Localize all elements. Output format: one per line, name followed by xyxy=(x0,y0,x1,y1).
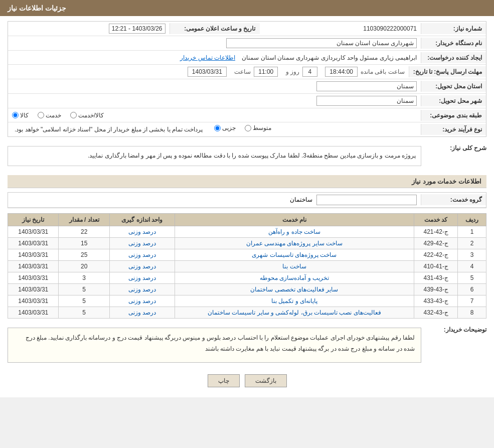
main-content: شماره نیاز: 1103090222000071 تاریخ و ساع… xyxy=(0,16,494,397)
table-row: 7 ج-43-433 پایانه‌ای و تکمیل بنا درصد وز… xyxy=(8,295,486,307)
table-row: 5 ج-43-431 تخریب و آماده‌سازی محوطه درصد… xyxy=(8,272,486,283)
description-label: شرح کلی نیاز: xyxy=(421,142,486,170)
services-table: ردیف کد خدمت نام خدمت واحد اندازه گیری ت… xyxy=(8,213,486,319)
print-button[interactable]: چاپ xyxy=(208,374,240,387)
response-time-value: 11:00 xyxy=(254,67,278,77)
col-row: ردیف xyxy=(458,213,486,226)
response-days-value: 4 xyxy=(302,67,317,77)
buyer-org-row: نام دستگاه خریدار: شهرداری سمنان استان س… xyxy=(8,36,486,51)
back-button[interactable]: بازگشت xyxy=(245,374,287,387)
category-kala[interactable]: کالا xyxy=(12,112,29,119)
cell-code: ج-42-421 xyxy=(414,226,458,237)
process-radio-mutavasit[interactable] xyxy=(245,125,251,131)
table-row: 8 ج-43-432 فعالیت‌های نصب تاسیسات برق، ل… xyxy=(8,307,486,318)
cell-row: 8 xyxy=(458,307,486,318)
table-row: 1 ج-42-421 ساخت جاده و راه‌آهن درصد وزنی… xyxy=(8,226,486,237)
city-value: سمنان xyxy=(8,94,421,108)
cell-code: ج-41-410 xyxy=(414,260,458,272)
table-header-row: ردیف کد خدمت نام خدمت واحد اندازه گیری ت… xyxy=(8,213,486,226)
group-value: ساختمان xyxy=(8,193,421,207)
cell-unit: درصد وزنی xyxy=(109,237,175,249)
province-row: استان محل تحویل: سمنان xyxy=(8,79,486,94)
table-row: 6 ج-43-439 سایر فعالیت‌های تخصصی ساختمان… xyxy=(8,283,486,295)
services-tbody: 1 ج-42-421 ساخت جاده و راه‌آهن درصد وزنی… xyxy=(8,226,486,318)
cell-name: تخریب و آماده‌سازی محوطه xyxy=(175,272,414,283)
need-number-row: شماره نیاز: 1103090222000071 تاریخ و ساع… xyxy=(8,22,486,36)
col-unit: واحد اندازه گیری xyxy=(109,213,175,226)
process-note: پرداخت تمام یا بخشی از مبلغ خریدار از مح… xyxy=(12,124,205,134)
response-days-label: روز و xyxy=(286,68,299,75)
cell-row: 2 xyxy=(458,237,486,249)
announce-date-value: 1403/03/26 - 12:21 xyxy=(8,22,170,36)
group-service-row: گروه خدمت: ساختمان xyxy=(8,193,486,208)
cell-qty: 5 xyxy=(59,295,109,307)
cell-qty: 25 xyxy=(59,249,109,260)
cell-qty: 20 xyxy=(59,260,109,272)
cell-name: ساخت سایر پروژه‌های مهندسی عمران xyxy=(175,237,414,249)
process-radio-jozii[interactable] xyxy=(214,125,221,131)
response-date-value: 1403/03/31 xyxy=(188,67,227,77)
cell-code: ج-42-429 xyxy=(414,237,458,249)
cell-name: سایر فعالیت‌های تخصصی ساختمان xyxy=(175,283,414,295)
description-section: شرح کلی نیاز: پروژه مرمت و بازسازی میادی… xyxy=(8,142,486,170)
process-row: نوع فرآیند خرید: متوسط جزیی پرداخت تمام … xyxy=(8,122,486,136)
buyer-notes-content: لطفا رقم پیشنهادی خودرای اجرای عملیات مو… xyxy=(8,324,421,367)
cell-row: 1 xyxy=(458,226,486,237)
cell-date: 1403/03/31 xyxy=(8,260,59,272)
creator-row: ایجاد کننده درخواست: ابراهیمی زیاری مسئو… xyxy=(8,51,486,65)
cell-date: 1403/03/31 xyxy=(8,226,59,237)
cell-date: 1403/03/31 xyxy=(8,283,59,295)
cell-date: 1403/03/31 xyxy=(8,249,59,260)
cell-qty: 5 xyxy=(59,307,109,318)
process-jozii[interactable]: جزیی xyxy=(214,124,236,131)
table-row: 2 ج-42-429 ساخت سایر پروژه‌های مهندسی عم… xyxy=(8,237,486,249)
category-khidmat[interactable]: خدمت xyxy=(38,112,61,119)
cell-code: ج-43-432 xyxy=(414,307,458,318)
cell-name: ساخت پروژه‌های تاسیسات شهری xyxy=(175,249,414,260)
category-radio-kala[interactable] xyxy=(12,112,19,118)
cell-date: 1403/03/31 xyxy=(8,237,59,249)
col-name: نام خدمت xyxy=(175,213,414,226)
process-label: نوع فرآیند خرید: xyxy=(421,124,486,135)
category-radio-khidmat[interactable] xyxy=(38,112,44,118)
table-row: 3 ج-42-422 ساخت پروژه‌های تاسیسات شهری د… xyxy=(8,249,486,260)
cell-date: 1403/03/31 xyxy=(8,272,59,283)
response-date-row: مهلت ارسال پاسخ: تا تاریخ: 1403/03/31 سا… xyxy=(8,65,486,79)
cell-unit: درصد وزنی xyxy=(109,307,175,318)
cell-date: 1403/03/31 xyxy=(8,295,59,307)
cell-row: 3 xyxy=(458,249,486,260)
col-qty: تعداد / مقدار xyxy=(59,213,109,226)
need-number-label: شماره نیاز: xyxy=(421,23,486,34)
info-section: شماره نیاز: 1103090222000071 تاریخ و ساع… xyxy=(8,21,486,137)
process-value: متوسط جزیی پرداخت تمام یا بخشی از مبلغ خ… xyxy=(8,122,421,136)
response-hours-value: 18:44:00 xyxy=(325,67,358,77)
cell-code: ج-43-431 xyxy=(414,272,458,283)
cell-name: ساخت بنا xyxy=(175,260,414,272)
services-section-title: اطلاعات خدمات مورد نیاز xyxy=(8,175,486,188)
cell-unit: درصد وزنی xyxy=(109,295,175,307)
response-time-label: ساعت xyxy=(234,68,251,75)
cell-unit: درصد وزنی xyxy=(109,272,175,283)
buyer-notes-label: توضیحات خریدار: xyxy=(421,324,486,367)
category-radio-kala-khidmat[interactable] xyxy=(70,112,77,118)
cell-date: 1403/03/31 xyxy=(8,307,59,318)
response-date-fields: 1403/03/31 ساعت 11:00 روز و 4 18:44:00 س… xyxy=(8,65,409,79)
services-info: گروه خدمت: ساختمان xyxy=(8,192,486,208)
category-options: کالا/خدمت خدمت کالا xyxy=(8,110,421,121)
category-label: طبقه بندی موضوعی: xyxy=(421,110,486,121)
city-row: شهر محل تحویل: سمنان xyxy=(8,94,486,108)
response-date-label: مهلت ارسال پاسخ: تا تاریخ: xyxy=(409,66,486,77)
cell-code: ج-43-433 xyxy=(414,295,458,307)
creator-label: ایجاد کننده درخواست: xyxy=(421,52,486,63)
group-input[interactable] xyxy=(316,195,417,205)
cell-name: فعالیت‌های نصب تاسیسات برق، لوله‌کشی و س… xyxy=(175,307,414,318)
creator-contact-link[interactable]: اطلاعات تماس خریدار xyxy=(180,54,235,61)
button-row: بازگشت چاپ xyxy=(8,374,486,387)
announce-date-label: تاریخ و ساعت اعلان عمومی: xyxy=(170,23,260,34)
category-kala-khidmat[interactable]: کالا/خدمت xyxy=(70,112,104,119)
page-wrapper: جزئیات اطلاعات نیاز شماره نیاز: 11030902… xyxy=(0,0,494,397)
creator-value: ابراهیمی زیاری مسئول واحد کاربردازی شهرد… xyxy=(8,52,421,63)
process-mutavasit[interactable]: متوسط xyxy=(245,124,271,131)
cell-unit: درصد وزنی xyxy=(109,226,175,237)
buyer-org-value: شهرداری سمنان استان سمنان xyxy=(8,36,421,50)
